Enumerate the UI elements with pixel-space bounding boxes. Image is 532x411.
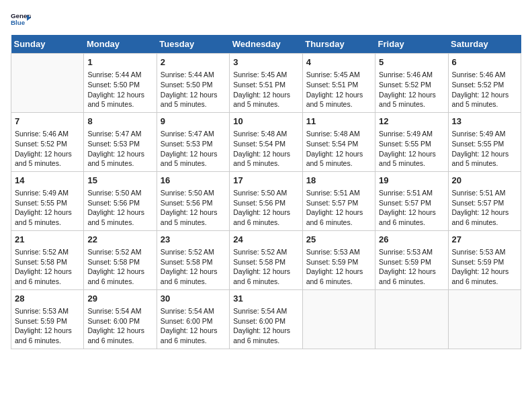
day-info: Sunset: 5:56 PM: [161, 198, 226, 208]
day-info: Daylight: 12 hours: [233, 90, 298, 100]
day-number: 6: [452, 56, 517, 68]
day-info: Daylight: 12 hours: [15, 326, 80, 336]
day-info: Daylight: 12 hours: [233, 208, 298, 218]
day-info: Daylight: 12 hours: [379, 208, 444, 218]
header: General Blue: [11, 11, 521, 27]
calendar-cell: 25Sunrise: 5:53 AMSunset: 5:59 PMDayligh…: [302, 230, 375, 289]
day-info: Sunset: 5:50 PM: [161, 80, 226, 90]
day-info: Sunrise: 5:53 AM: [379, 247, 444, 257]
day-number: 8: [87, 116, 152, 128]
calendar-cell: 4Sunrise: 5:45 AMSunset: 5:51 PMDaylight…: [302, 54, 375, 113]
day-info: Sunset: 5:59 PM: [15, 316, 80, 326]
calendar-cell: 16Sunrise: 5:50 AMSunset: 5:56 PMDayligh…: [157, 171, 229, 230]
day-info: Daylight: 12 hours: [87, 149, 152, 159]
day-number: 25: [306, 234, 371, 246]
day-info: Sunset: 5:56 PM: [87, 198, 152, 208]
calendar-cell: [375, 289, 448, 349]
day-number: 30: [161, 293, 226, 305]
day-info: and 6 minutes.: [233, 218, 298, 228]
calendar-cell: [11, 54, 84, 113]
day-info: Sunset: 5:52 PM: [15, 139, 80, 149]
day-info: Daylight: 12 hours: [15, 267, 80, 277]
day-info: Daylight: 12 hours: [161, 326, 226, 336]
day-info: and 5 minutes.: [87, 218, 152, 228]
day-info: Daylight: 12 hours: [452, 149, 517, 159]
day-info: Sunrise: 5:52 AM: [87, 247, 152, 257]
day-info: Daylight: 12 hours: [161, 90, 226, 100]
day-header-wednesday: Wednesday: [230, 35, 302, 54]
day-number: 24: [233, 234, 298, 246]
calendar-cell: 17Sunrise: 5:50 AMSunset: 5:56 PMDayligh…: [230, 171, 302, 230]
day-info: and 6 minutes.: [161, 336, 226, 346]
day-info: and 5 minutes.: [233, 158, 298, 169]
day-info: Sunrise: 5:49 AM: [15, 188, 80, 198]
day-info: Sunset: 6:00 PM: [87, 316, 152, 326]
day-info: and 6 minutes.: [15, 277, 80, 287]
day-info: Sunset: 6:00 PM: [161, 316, 226, 326]
day-info: Sunset: 5:59 PM: [452, 257, 517, 267]
calendar-cell: 3Sunrise: 5:45 AMSunset: 5:51 PMDaylight…: [230, 54, 302, 113]
day-info: Sunset: 5:57 PM: [306, 198, 371, 208]
day-info: Sunrise: 5:52 AM: [161, 247, 226, 257]
day-info: and 6 minutes.: [15, 336, 80, 346]
calendar-header-row: SundayMondayTuesdayWednesdayThursdayFrid…: [11, 35, 521, 54]
day-info: Daylight: 12 hours: [233, 267, 298, 277]
day-info: Sunset: 5:52 PM: [452, 80, 517, 90]
day-number: 7: [15, 116, 80, 128]
day-number: 4: [306, 56, 371, 68]
day-info: Sunrise: 5:45 AM: [306, 70, 371, 80]
day-info: and 6 minutes.: [379, 218, 444, 228]
day-number: 14: [15, 175, 80, 187]
day-number: 17: [233, 175, 298, 187]
day-info: Sunrise: 5:47 AM: [161, 129, 226, 139]
calendar-cell: 2Sunrise: 5:44 AMSunset: 5:50 PMDaylight…: [157, 54, 229, 113]
day-info: and 5 minutes.: [161, 158, 226, 169]
day-info: Sunset: 5:58 PM: [87, 257, 152, 267]
day-info: Sunset: 5:54 PM: [233, 139, 298, 149]
calendar-cell: 21Sunrise: 5:52 AMSunset: 5:58 PMDayligh…: [11, 230, 84, 289]
day-header-tuesday: Tuesday: [157, 35, 229, 54]
calendar-cell: 8Sunrise: 5:47 AMSunset: 5:53 PMDaylight…: [84, 112, 157, 171]
calendar-cell: 12Sunrise: 5:49 AMSunset: 5:55 PMDayligh…: [375, 112, 448, 171]
calendar-cell: 28Sunrise: 5:53 AMSunset: 5:59 PMDayligh…: [11, 289, 84, 349]
logo-icon: General Blue: [11, 11, 31, 27]
day-info: Daylight: 12 hours: [161, 208, 226, 218]
day-number: 23: [161, 234, 226, 246]
calendar-body: 1Sunrise: 5:44 AMSunset: 5:50 PMDaylight…: [11, 54, 521, 349]
day-number: 26: [379, 234, 444, 246]
day-info: Sunset: 5:53 PM: [161, 139, 226, 149]
day-info: Sunrise: 5:48 AM: [233, 129, 298, 139]
calendar-cell: 15Sunrise: 5:50 AMSunset: 5:56 PMDayligh…: [84, 171, 157, 230]
week-row-4: 21Sunrise: 5:52 AMSunset: 5:58 PMDayligh…: [11, 230, 521, 289]
day-info: and 6 minutes.: [452, 218, 517, 228]
day-info: Sunrise: 5:54 AM: [161, 306, 226, 316]
day-info: Sunset: 5:51 PM: [306, 80, 371, 90]
calendar-table: SundayMondayTuesdayWednesdayThursdayFrid…: [11, 35, 521, 349]
day-info: and 5 minutes.: [452, 158, 517, 169]
day-info: Sunset: 5:52 PM: [379, 80, 444, 90]
day-info: and 6 minutes.: [306, 277, 371, 287]
day-info: Sunrise: 5:46 AM: [15, 129, 80, 139]
day-info: Sunset: 5:58 PM: [15, 257, 80, 267]
calendar-cell: 9Sunrise: 5:47 AMSunset: 5:53 PMDaylight…: [157, 112, 229, 171]
day-info: Sunrise: 5:49 AM: [379, 129, 444, 139]
day-info: Daylight: 12 hours: [306, 208, 371, 218]
day-info: and 5 minutes.: [306, 99, 371, 109]
day-number: 3: [233, 56, 298, 68]
day-info: Sunset: 5:59 PM: [379, 257, 444, 267]
day-info: Sunrise: 5:53 AM: [15, 306, 80, 316]
calendar-cell: 14Sunrise: 5:49 AMSunset: 5:55 PMDayligh…: [11, 171, 84, 230]
day-info: Daylight: 12 hours: [87, 326, 152, 336]
day-info: Sunrise: 5:50 AM: [161, 188, 226, 198]
calendar-cell: [302, 289, 375, 349]
day-number: 21: [15, 234, 80, 246]
day-info: and 6 minutes.: [87, 277, 152, 287]
calendar-cell: 26Sunrise: 5:53 AMSunset: 5:59 PMDayligh…: [375, 230, 448, 289]
calendar-cell: 19Sunrise: 5:51 AMSunset: 5:57 PMDayligh…: [375, 171, 448, 230]
day-info: and 5 minutes.: [87, 158, 152, 169]
day-info: Daylight: 12 hours: [87, 208, 152, 218]
day-info: Sunset: 5:59 PM: [306, 257, 371, 267]
day-number: 18: [306, 175, 371, 187]
day-info: Sunset: 5:55 PM: [452, 139, 517, 149]
calendar-cell: 6Sunrise: 5:46 AMSunset: 5:52 PMDaylight…: [448, 54, 521, 113]
